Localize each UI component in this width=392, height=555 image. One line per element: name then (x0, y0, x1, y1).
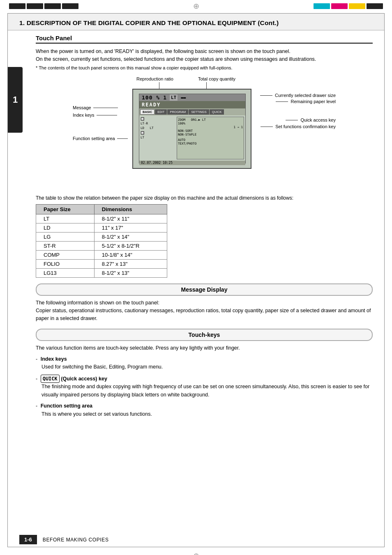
touch-keys-box: Touch-keys (36, 329, 373, 341)
table-row: COMP10-1/8" x 14" (36, 250, 167, 259)
screen-tabs: BASIC EDIT PROGRAM SETTINGS QUICK (139, 108, 245, 115)
table-row: ST-R5-1/2" x 8-1/2"R (36, 241, 167, 250)
footer-text: BEFORE MAKING COPIES (43, 537, 109, 543)
cell-paper-size: LD (36, 223, 95, 232)
cell-dimensions: 5-1/2" x 8-1/2"R (94, 241, 167, 250)
screen-date: 02.07.2002 10:25 (139, 161, 245, 165)
cell-dimensions: 8-1/2" x 14" (94, 232, 167, 241)
tab-program[interactable]: PROGRAM (167, 109, 188, 115)
cell-dimensions: 8.27" x 13" (94, 259, 167, 268)
screen-topbar: 100 % 1 LT ▬▬ (139, 94, 245, 101)
label-index-keys: Index keys (73, 113, 117, 117)
screen-func-left: 🔲 LT-R LD LT 🔲 LT (141, 117, 175, 159)
cell-paper-size: ST-R (36, 241, 95, 250)
content-area: When the power is turned on, and 'READY'… (8, 48, 384, 430)
copier-screen-mockup: 100 % 1 LT ▬▬ READY BASIC EDIT PROGRAM S… (132, 89, 251, 169)
cell-paper-size: LG (36, 232, 95, 241)
page-border: 1. DESCRIPTION OF THE DIGITAL COPIER AND… (7, 13, 385, 547)
quick-badge: QUICK (41, 375, 60, 383)
screen-func-area: 🔲 LT-R LD LT 🔲 LT ZOOM ORG.▶ LT 100% 1 →… (139, 115, 245, 161)
cell-paper-size: FOLIO (36, 259, 95, 268)
page-number: 1-6 (19, 535, 37, 544)
key-item-index: - Index keys Used for switching the Basi… (36, 355, 373, 371)
table-note: The table to show the relation between t… (36, 195, 293, 202)
table-row: FOLIO8.27" x 13" (36, 259, 167, 268)
screen-func-right: ZOOM ORG.▶ LT 100% 1 → 1 NON-SORT NON-ST… (177, 117, 244, 159)
tab-quick[interactable]: QUICK (210, 109, 224, 115)
tab-basic[interactable]: BASIC (140, 109, 154, 115)
table-row: LD11" x 17" (36, 223, 167, 232)
quick-key-label-suffix: (Quick access) key (61, 376, 107, 382)
page-footer: 1-6 BEFORE MAKING COPIES (8, 532, 384, 547)
key-item-quick: - QUICK (Quick access) key The finishing… (36, 375, 373, 399)
tab-settings[interactable]: SETTINGS (189, 109, 209, 115)
col-header-dim: Dimensions (94, 204, 167, 214)
paper-table-section: The table to show the relation between t… (36, 195, 373, 278)
cell-dimensions: 8-1/2" x 13" (94, 268, 167, 277)
quick-key-body: The finishing mode and duplex copying wi… (36, 383, 373, 399)
page-header: 1. DESCRIPTION OF THE DIGITAL COPIER AND… (8, 14, 384, 30)
cell-dimensions: 11" x 17" (94, 223, 167, 232)
message-display-box: Message Display (36, 283, 373, 296)
cell-paper-size: LT (36, 214, 95, 223)
cell-paper-size: LG13 (36, 268, 95, 277)
col-header-size: Paper Size (36, 204, 95, 214)
paper-size-table: Paper Size Dimensions LT8-1/2" x 11"LD11… (36, 204, 167, 278)
touch-keys-intro: The various function items are touch-key… (36, 344, 373, 352)
key-item-func: - Function setting area This is where yo… (36, 402, 373, 418)
bottom-reg-mark: ⊕ (193, 551, 199, 555)
func-area-body: This is where you select or set various … (36, 410, 373, 418)
label-drawer-size: Currently selected drawer size (260, 93, 336, 98)
label-quick-key: Quick access key (286, 117, 336, 122)
index-keys-body: Used for switching the Basic, Editing, P… (36, 363, 373, 371)
cell-dimensions: 10-1/8" x 14" (94, 250, 167, 259)
label-set-func: Set functions confirmation key (261, 124, 336, 129)
cell-paper-size: COMP (36, 250, 95, 259)
label-func-area: Function setting area (73, 136, 128, 141)
message-display-body: The following information is shown on th… (36, 299, 373, 323)
touch-keys-body: The various function items are touch-key… (36, 344, 373, 418)
table-row: LT8-1/2" x 11" (36, 214, 167, 223)
cell-dimensions: 8-1/2" x 11" (94, 214, 167, 223)
side-tab: 1 (8, 67, 23, 133)
table-row: LG8-1/2" x 14" (36, 232, 167, 241)
screen-inner: 100 % 1 LT ▬▬ READY BASIC EDIT PROGRAM S… (139, 94, 246, 164)
section-title-touch-panel: Touch Panel (36, 35, 373, 44)
intro-text: When the power is turned on, and 'READY'… (36, 48, 373, 71)
page-title: 1. DESCRIPTION OF THE DIGITAL COPIER AND… (19, 19, 373, 27)
screen-ready: READY (139, 101, 245, 108)
index-keys-label: Index keys (41, 356, 67, 362)
diagram-top-labels: Reproduction ratio Total copy quantity (136, 76, 235, 81)
table-row: LG138-1/2" x 13" (36, 268, 167, 277)
label-message: Message (73, 105, 118, 110)
func-area-label: Function setting area (41, 403, 92, 409)
label-paper-level: Remaining paper level (276, 99, 336, 104)
tab-edit[interactable]: EDIT (155, 109, 167, 115)
diagram-container: Reproduction ratio Total copy quantity 1… (36, 76, 373, 187)
